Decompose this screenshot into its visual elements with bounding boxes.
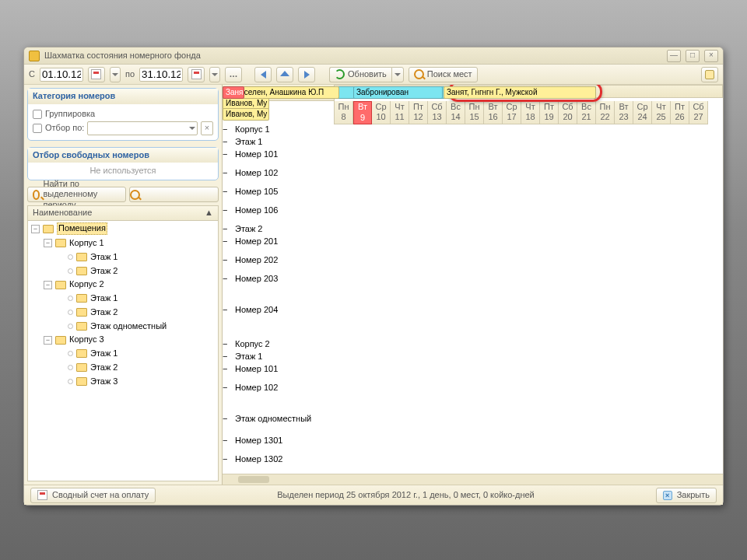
close-button[interactable]: × Закрыть	[656, 488, 717, 503]
close-window-button[interactable]: ×	[704, 50, 718, 62]
tree-root[interactable]: −Помещения	[31, 221, 218, 236]
row-timeline[interactable]: Забронирован, Анашкина Ю.А., Женс	[335, 149, 723, 168]
filter-select[interactable]	[87, 121, 198, 135]
row-timeline[interactable]	[335, 352, 723, 364]
tree-corpus-1[interactable]: −Корпус 1	[44, 236, 218, 250]
row-name[interactable]: Этаж одноместный	[235, 414, 335, 436]
tree-corpus-3[interactable]: −Корпус 3	[44, 333, 218, 347]
row-name[interactable]: Этаж 1	[235, 352, 335, 364]
day-column[interactable]: Сб13	[428, 101, 447, 124]
tree-floor[interactable]: Этаж 1	[56, 250, 218, 264]
day-column[interactable]: Вт9	[353, 101, 372, 124]
row-outline[interactable]: −	[223, 137, 235, 149]
find-zoom-button[interactable]	[129, 187, 219, 202]
day-column[interactable]: Пт12	[409, 101, 428, 124]
row-outline[interactable]: −	[223, 255, 235, 274]
day-column[interactable]: Чт18	[521, 101, 540, 124]
day-column[interactable]: Пн15	[465, 101, 484, 124]
tree-floor[interactable]: Этаж 2	[56, 361, 218, 375]
row-timeline[interactable]	[335, 137, 723, 149]
row-timeline[interactable]: Переселен, Анашкина Ю.ПЗабронированПерес…	[335, 436, 723, 454]
filter-checkbox[interactable]	[33, 124, 42, 133]
row-timeline[interactable]: жской	[335, 383, 723, 414]
day-column[interactable]: Сб27	[689, 101, 708, 124]
day-column[interactable]: Пн22	[596, 101, 615, 124]
premises-tree[interactable]: −Помещения −Корпус 1 Этаж 1 Этаж 2 −Корп…	[27, 221, 219, 481]
row-name[interactable]: Корпус 2	[235, 339, 335, 352]
date-to-input[interactable]	[139, 68, 183, 82]
refresh-split-button[interactable]: Обновить	[329, 67, 404, 82]
minimize-button[interactable]: —	[667, 50, 681, 62]
tree-corpus-2[interactable]: −Корпус 2	[44, 278, 218, 292]
row-name[interactable]: Номер 1301	[235, 436, 335, 454]
row-timeline[interactable]	[335, 414, 723, 436]
row-name[interactable]: Номер 1302	[235, 454, 335, 473]
row-outline[interactable]: −	[223, 149, 235, 168]
row-outline[interactable]: −	[223, 274, 235, 305]
date-from-input[interactable]	[40, 68, 83, 82]
day-column[interactable]: Пт26	[671, 101, 689, 124]
date-to-cal-button[interactable]	[188, 67, 205, 82]
row-timeline[interactable]: Иванов, МуИванов, МуИванов, МуЗаброниров…	[335, 305, 723, 339]
row-timeline[interactable]: а Б.В., МужсПродлен, Аааааааа Б	[335, 168, 723, 187]
day-column[interactable]: Вс21	[577, 101, 596, 124]
tree-floor[interactable]: Этаж 2	[56, 306, 218, 320]
day-column[interactable]: Ср10	[372, 101, 391, 124]
maximize-button[interactable]: □	[686, 50, 700, 62]
day-column[interactable]: Ср24	[633, 101, 652, 124]
gantt-chart[interactable]: Номер Октябрь, 2012 Пн8Вт9Ср10Чт11Пт12Сб…	[223, 85, 723, 485]
row-outline[interactable]: −	[223, 339, 235, 352]
grouping-row[interactable]: Группировка	[33, 109, 213, 120]
day-column[interactable]: Ср17	[503, 101, 521, 124]
row-name[interactable]: Номер 105	[235, 187, 335, 205]
row-outline[interactable]: −	[223, 205, 235, 224]
row-outline[interactable]: −	[223, 436, 235, 454]
row-name[interactable]: Номер 202	[235, 255, 335, 274]
day-column[interactable]: Вт23	[615, 101, 633, 124]
nav-prev-button[interactable]	[254, 67, 272, 82]
date-from-dd[interactable]	[110, 67, 121, 82]
day-column[interactable]: Сб20	[559, 101, 577, 124]
tree-floor[interactable]: Этаж одноместный	[56, 320, 218, 334]
gantt-h-scrollbar[interactable]	[223, 474, 723, 485]
row-name[interactable]: Этаж 1	[235, 137, 335, 149]
day-column[interactable]: Пт19	[540, 101, 559, 124]
tree-floor[interactable]: Этаж 1	[56, 347, 218, 361]
row-name[interactable]: Номер 102	[235, 168, 335, 187]
search-places-button[interactable]: Поиск мест	[409, 67, 478, 82]
day-column[interactable]: Чт11	[391, 101, 409, 124]
row-outline[interactable]: −	[223, 383, 235, 414]
row-timeline[interactable]: Забронирован	[335, 187, 723, 205]
row-outline[interactable]: −	[223, 168, 235, 187]
booking-bar[interactable]: Занят, Гнгнгн Г., Мужской	[444, 86, 596, 99]
row-name[interactable]: Корпус 1	[235, 124, 335, 137]
row-outline[interactable]: −	[223, 305, 235, 339]
find-by-period-button[interactable]: Найти по выделенному периоду	[27, 187, 126, 202]
row-outline[interactable]: −	[223, 124, 235, 137]
day-column[interactable]: Вт16	[484, 101, 503, 124]
row-timeline[interactable]	[335, 364, 723, 383]
tree-floor[interactable]: Этаж 2	[56, 264, 218, 278]
row-outline[interactable]: −	[223, 236, 235, 255]
row-name[interactable]: Номер 101	[235, 364, 335, 383]
row-name[interactable]: Номер 102	[235, 383, 335, 414]
booking-bar[interactable]: Заня	[223, 86, 244, 99]
tree-floor[interactable]: Этаж 3	[56, 375, 218, 389]
row-name[interactable]: Этаж 2	[235, 224, 335, 236]
row-outline[interactable]: −	[223, 364, 235, 383]
row-timeline[interactable]	[335, 205, 723, 224]
booking-bar[interactable]: Забронирован	[353, 86, 443, 99]
day-column[interactable]: Вс14	[447, 101, 465, 124]
row-name[interactable]: Номер 101	[235, 149, 335, 168]
settings-button[interactable]	[701, 67, 718, 82]
filter-clear-button[interactable]: ×	[201, 121, 213, 135]
row-name[interactable]: Номер 201	[235, 236, 335, 255]
row-timeline[interactable]: Переселен, Белкина А.Г., ЖенскийЗабронир…	[335, 274, 723, 305]
range-dialog-button[interactable]: …	[225, 67, 242, 82]
day-column[interactable]: Чт25	[652, 101, 671, 124]
row-outline[interactable]: −	[223, 224, 235, 236]
row-outline[interactable]: −	[223, 352, 235, 364]
row-outline[interactable]: −	[223, 187, 235, 205]
booking-bar[interactable]: Иванов, Му	[223, 108, 269, 121]
row-outline[interactable]: −	[223, 454, 235, 473]
